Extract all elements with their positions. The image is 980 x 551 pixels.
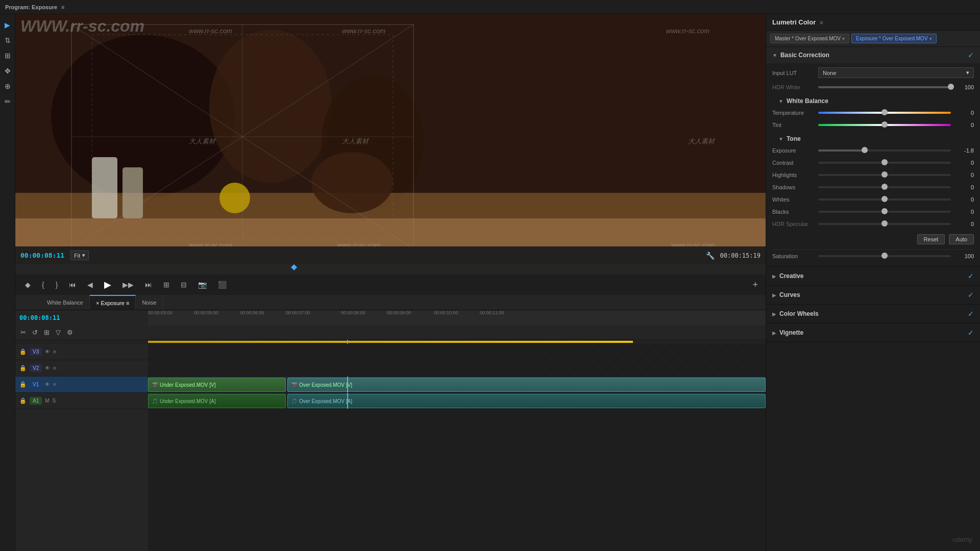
hdr-white-handle[interactable] <box>948 84 954 90</box>
eye-icon-v1[interactable]: 👁 <box>45 382 50 387</box>
track-name-v3: V3 <box>30 348 42 356</box>
blacks-slider[interactable] <box>818 211 951 213</box>
clip-under-exposed-a[interactable]: 🎵 Under Exposed.MOV [A] <box>148 394 286 408</box>
temperature-handle[interactable] <box>881 109 888 115</box>
curves-check[interactable]: ✓ <box>968 291 974 299</box>
track-targets-icon[interactable]: ⊞ <box>43 328 51 337</box>
blacks-handle[interactable] <box>881 208 888 214</box>
zoom-tool-icon[interactable]: ⊕ <box>3 81 12 92</box>
contrast-slider[interactable] <box>818 162 951 164</box>
tone-header[interactable]: ▼ Tone <box>772 132 974 145</box>
saturation-slider[interactable] <box>818 255 951 257</box>
white-balance-header[interactable]: ▼ White Balance <box>772 94 974 108</box>
lock-icon-v3[interactable]: 🔒 <box>19 348 27 355</box>
eye-icon-v2[interactable]: 👁 <box>45 365 50 371</box>
clip-over-exposed-v[interactable]: 🎬 Over Exposed.MOV [V] <box>287 378 766 392</box>
lut-dropdown[interactable]: None ▾ <box>818 67 974 78</box>
pen-tool-icon[interactable]: ✏ <box>3 96 12 107</box>
left-tools: ▶ ⇅ ⊞ ✥ ⊕ ✏ <box>0 14 15 551</box>
tint-row: Tint 0 <box>772 120 974 130</box>
timeline-timecode[interactable]: 00:00:08:11 <box>19 314 60 321</box>
section-basic-correction-header[interactable]: ▼ Basic Correction ✓ <box>766 47 980 63</box>
razor-icon[interactable]: ▽ <box>55 328 62 337</box>
insert-btn[interactable]: ⊞ <box>161 279 172 291</box>
section-creative[interactable]: ▶ Creative ✓ <box>766 267 980 286</box>
lock-icon-v2[interactable]: 🔒 <box>19 365 27 371</box>
slip-icon[interactable]: ⚙ <box>66 328 74 337</box>
tab-white-balance[interactable]: White Balance <box>41 295 90 310</box>
scrubber-marker[interactable] <box>291 264 297 270</box>
highlights-slider[interactable] <box>818 174 951 176</box>
toggle-v3[interactable]: ≡ <box>53 349 56 355</box>
temperature-slider[interactable] <box>818 112 951 114</box>
lock-icon-a1[interactable]: 🔒 <box>19 397 27 404</box>
lock-icon-v1[interactable]: 🔒 <box>19 381 27 388</box>
section-bc-check[interactable]: ✓ <box>968 51 974 59</box>
auto-button[interactable]: Auto <box>949 234 974 244</box>
timecode-total: 00:00:15:19 <box>720 252 761 259</box>
creative-check[interactable]: ✓ <box>968 272 974 280</box>
saturation-handle[interactable] <box>881 253 888 259</box>
svg-point-2 <box>209 30 332 183</box>
select-tool-icon[interactable]: ▶ <box>3 19 12 31</box>
track-name-v2: V2 <box>30 364 42 372</box>
exposure-slider[interactable] <box>818 149 951 152</box>
overwrite-btn[interactable]: ⊟ <box>179 279 189 291</box>
wb-title: White Balance <box>787 97 968 105</box>
step-fwd-btn[interactable]: ▶▶ <box>120 279 136 291</box>
eye-icon-v3[interactable]: 👁 <box>45 349 50 355</box>
marker-btn[interactable]: ◆ <box>23 279 33 291</box>
track-row-v2 <box>148 360 766 377</box>
play-btn[interactable]: ▶ <box>102 277 113 292</box>
out-point-btn[interactable]: } <box>54 279 60 291</box>
toggle-v1[interactable]: ≡ <box>53 382 56 387</box>
refresh-icon[interactable]: ↺ <box>31 328 39 337</box>
step-fwd2-btn[interactable]: ⏭ <box>143 279 154 291</box>
contrast-handle[interactable] <box>881 159 888 165</box>
step-back-btn[interactable]: ⏮ <box>67 279 78 291</box>
ripple-tool-icon[interactable]: ⇅ <box>3 35 12 46</box>
mute-a1[interactable]: M <box>45 398 49 404</box>
ripple-edit-icon[interactable]: ✂ <box>19 328 27 337</box>
fit-dropdown[interactable]: Fit ▾ <box>70 251 89 260</box>
whites-handle[interactable] <box>881 196 888 202</box>
tab-noise[interactable]: Noise <box>136 295 163 310</box>
whites-slider[interactable] <box>818 198 951 201</box>
lumetri-menu-icon[interactable]: ≡ <box>820 19 823 26</box>
fullscreen-btn[interactable]: ⬛ <box>216 279 229 291</box>
exposure-handle[interactable] <box>862 147 868 153</box>
track-label-v1: 🔒 V1 👁 ≡ <box>15 377 148 393</box>
clip-under-exposed-v[interactable]: 🎬 Under Exposed.MOV [V] <box>148 378 286 392</box>
scrubber-area[interactable] <box>15 264 766 274</box>
toggle-v2[interactable]: ≡ <box>53 365 56 371</box>
section-vignette[interactable]: ▶ Vignette ✓ <box>766 323 980 342</box>
tint-slider[interactable] <box>818 124 951 126</box>
shadows-handle[interactable] <box>881 184 888 190</box>
wrench-icon[interactable]: 🔧 <box>704 250 716 261</box>
add-track-btn[interactable]: + <box>752 280 758 290</box>
shadows-slider[interactable] <box>818 186 951 188</box>
header-menu-icon[interactable]: ≡ <box>61 4 64 10</box>
shadows-label: Shadows <box>772 184 818 190</box>
back-btn[interactable]: ◀ <box>85 279 95 291</box>
color-wheels-check[interactable]: ✓ <box>968 310 974 318</box>
hdr-white-slider[interactable] <box>818 86 951 88</box>
hdr-specular-slider[interactable] <box>818 223 951 225</box>
track-select-icon[interactable]: ⊞ <box>3 50 12 61</box>
in-point-btn[interactable]: { <box>40 279 46 291</box>
tint-value: 0 <box>951 122 974 128</box>
section-color-wheels[interactable]: ▶ Color Wheels ✓ <box>766 305 980 323</box>
tab-exposure[interactable]: × Exposure ≡ <box>90 295 136 310</box>
vignette-check[interactable]: ✓ <box>968 329 974 337</box>
highlights-handle[interactable] <box>881 171 888 178</box>
clip-tab-exposure[interactable]: Exposure * Over Exposed.MOV ▾ <box>851 34 937 43</box>
clip-tab-master[interactable]: Master * Over Exposed.MOV ▾ <box>770 34 849 43</box>
clip-over-exposed-a[interactable]: 🎵 Over Exposed.MOV [A] <box>287 394 766 408</box>
hdr-specular-handle[interactable] <box>881 220 888 227</box>
section-curves[interactable]: ▶ Curves ✓ <box>766 286 980 305</box>
solo-a1[interactable]: S <box>53 398 56 404</box>
reset-button[interactable]: Reset <box>917 234 945 244</box>
tint-handle[interactable] <box>881 121 888 128</box>
camera-btn[interactable]: 📷 <box>196 279 209 291</box>
move-tool-icon[interactable]: ✥ <box>3 65 12 77</box>
